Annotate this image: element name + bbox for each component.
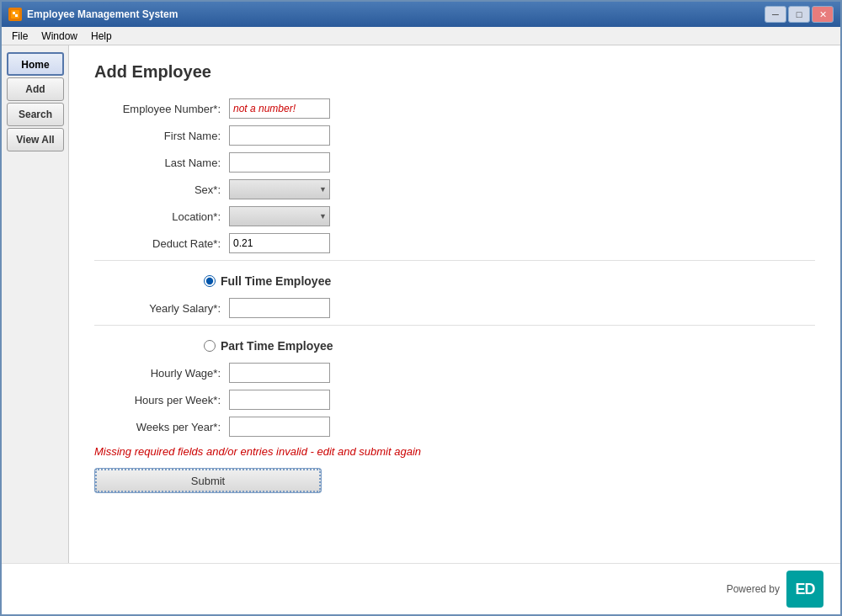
full-time-radio-row: Full Time Employee — [94, 274, 815, 288]
title-bar-controls: ─ □ ✕ — [765, 6, 834, 23]
svg-rect-2 — [15, 14, 18, 17]
sidebar-item-search[interactable]: Search — [7, 103, 64, 126]
sex-label: Sex*: — [94, 183, 229, 196]
menu-help[interactable]: Help — [84, 29, 119, 44]
full-time-label: Full Time Employee — [221, 274, 331, 288]
full-time-radio[interactable] — [204, 275, 216, 287]
title-bar: Employee Management System ─ □ ✕ — [2, 2, 840, 27]
menu-bar: File Window Help — [2, 27, 840, 45]
menu-file[interactable]: File — [5, 29, 35, 44]
deduct-rate-label: Deduct Rate*: — [94, 237, 229, 250]
app-icon — [8, 8, 22, 21]
employee-number-label: Employee Number*: — [94, 103, 229, 115]
weeks-per-year-row: Weeks per Year*: — [94, 417, 815, 437]
employee-number-row: Employee Number*: — [94, 98, 815, 119]
main-window: Employee Management System ─ □ ✕ File Wi… — [0, 0, 842, 616]
yearly-salary-row: Yearly Salary*: — [94, 298, 815, 318]
menu-window[interactable]: Window — [35, 29, 84, 44]
hours-per-week-row: Hours per Week*: — [94, 390, 815, 410]
sex-select-wrapper: Male Female — [229, 179, 330, 199]
minimize-button[interactable]: ─ — [765, 6, 786, 23]
yearly-salary-label: Yearly Salary*: — [94, 302, 229, 315]
last-name-input[interactable] — [229, 152, 330, 173]
hours-per-week-label: Hours per Week*: — [94, 394, 229, 406]
content-area: Add Employee Employee Number*: First Nam… — [69, 45, 840, 563]
svg-rect-1 — [13, 12, 15, 14]
title-bar-title: Employee Management System — [27, 8, 178, 20]
location-label: Location*: — [94, 210, 229, 223]
divider-1 — [94, 260, 815, 261]
weeks-per-year-label: Weeks per Year*: — [94, 421, 229, 433]
first-name-label: First Name: — [94, 130, 229, 142]
submit-button[interactable]: Submit — [94, 468, 322, 493]
deduct-rate-input[interactable] — [229, 233, 330, 253]
page-title: Add Employee — [94, 62, 815, 82]
first-name-row: First Name: — [94, 125, 815, 146]
location-row: Location*: New York Los Angeles Chicago — [94, 206, 815, 226]
error-message: Missing required fields and/or entries i… — [94, 445, 815, 458]
hourly-wage-row: Hourly Wage*: — [94, 363, 815, 383]
part-time-label: Part Time Employee — [221, 339, 333, 353]
employee-number-input[interactable] — [229, 98, 330, 119]
last-name-label: Last Name: — [94, 157, 229, 169]
first-name-input[interactable] — [229, 125, 330, 146]
sidebar-item-view-all[interactable]: View All — [7, 128, 64, 151]
location-select-wrapper: New York Los Angeles Chicago — [229, 206, 330, 226]
divider-2 — [94, 325, 815, 326]
sex-select[interactable]: Male Female — [229, 179, 330, 199]
part-time-radio-row: Part Time Employee — [94, 339, 815, 353]
part-time-radio[interactable] — [204, 340, 216, 352]
hours-per-week-input[interactable] — [229, 390, 330, 410]
sidebar-item-add[interactable]: Add — [7, 77, 64, 101]
weeks-per-year-input[interactable] — [229, 417, 330, 437]
last-name-row: Last Name: — [94, 152, 815, 173]
yearly-salary-input[interactable] — [229, 298, 330, 318]
deduct-rate-row: Deduct Rate*: — [94, 233, 815, 253]
ed-logo: ED — [786, 571, 823, 608]
sidebar-item-home[interactable]: Home — [7, 52, 64, 76]
hourly-wage-label: Hourly Wage*: — [94, 367, 229, 380]
title-bar-left: Employee Management System — [8, 8, 178, 21]
close-button[interactable]: ✕ — [812, 6, 834, 23]
sex-row: Sex*: Male Female — [94, 179, 815, 199]
location-select[interactable]: New York Los Angeles Chicago — [229, 206, 330, 226]
maximize-button[interactable]: □ — [788, 6, 810, 23]
app-body: Home Add Search View All Add Employee Em… — [2, 45, 840, 563]
hourly-wage-input[interactable] — [229, 363, 330, 383]
footer: Powered by ED — [2, 563, 840, 614]
powered-by-text: Powered by — [727, 583, 780, 595]
sidebar: Home Add Search View All — [2, 45, 69, 563]
